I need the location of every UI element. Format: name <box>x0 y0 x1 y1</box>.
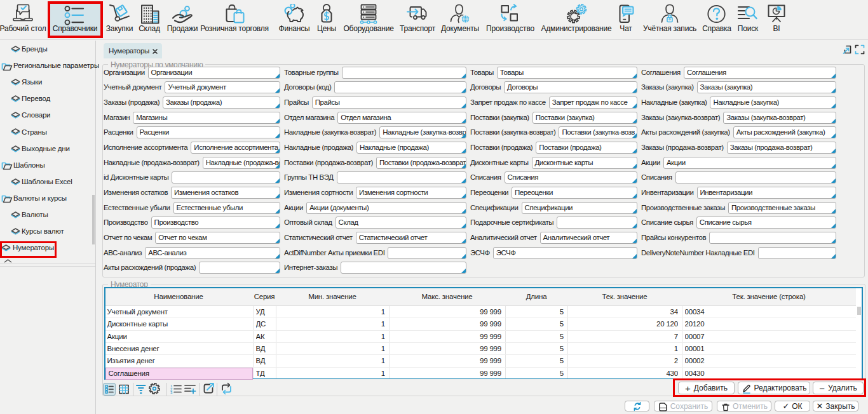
svg-text:3: 3 <box>170 391 173 394</box>
